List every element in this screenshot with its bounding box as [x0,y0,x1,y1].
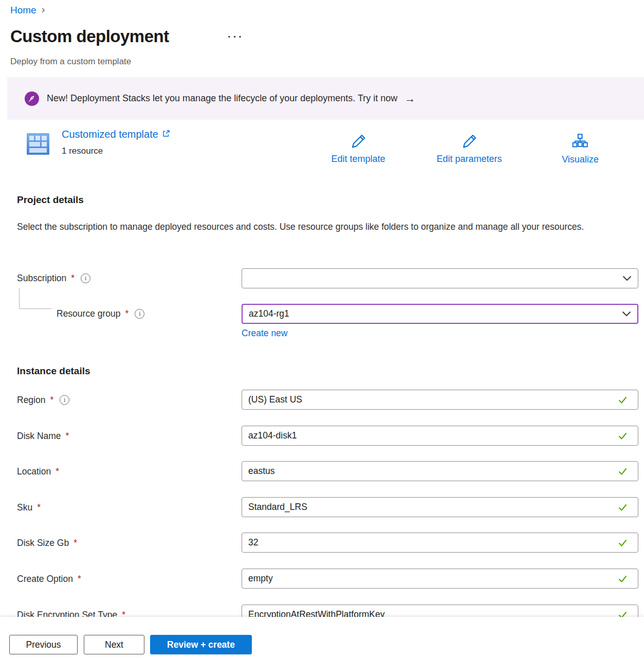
valid-check-icon [618,503,628,511]
edit-template-action[interactable]: Edit template [331,134,385,164]
disk-size-row: Disk Size Gb * 32 [0,533,644,553]
pencil-icon [462,134,477,149]
resource-group-value: az104-rg1 [249,308,622,319]
banner-message: New! Deployment Stacks let you manage th… [47,93,397,104]
location-label: Location * [17,466,59,477]
breadcrumb: Home › [10,4,45,16]
deployment-stacks-banner[interactable]: New! Deployment Stacks let you manage th… [7,77,644,120]
required-asterisk: * [56,466,59,477]
info-icon[interactable]: i [60,395,69,405]
instance-details-heading: Instance details [17,365,90,377]
disk-name-label-text: Disk Name [17,430,61,441]
disk-name-row: Disk Name * az104-disk1 [0,426,644,446]
sku-label: Sku * [17,502,41,513]
edit-template-label: Edit template [331,154,385,164]
subscription-label: Subscription * i [17,273,90,284]
info-icon[interactable]: i [81,273,90,283]
review-create-button[interactable]: Review + create [150,635,252,654]
create-option-label-text: Create Option [17,573,73,584]
valid-check-icon [618,575,628,583]
required-asterisk: * [66,430,69,441]
disk-size-label-text: Disk Size Gb [17,537,69,548]
visualize-label: Visualize [562,154,599,165]
breadcrumb-home-link[interactable]: Home [10,5,36,16]
chevron-down-icon [622,274,632,283]
required-asterisk: * [37,502,41,513]
create-option-row: Create Option * empty [0,569,644,589]
region-row: Region * i (US) East US [0,390,644,410]
previous-button[interactable]: Previous [9,635,78,654]
sku-label-text: Sku [17,502,32,513]
required-asterisk: * [73,537,77,548]
info-icon[interactable]: i [135,309,144,319]
disk-name-label: Disk Name * [17,430,69,441]
project-details-heading: Project details [17,194,84,206]
resource-group-label-text: Resource group [57,308,121,319]
project-details-description: Select the subscription to manage deploy… [17,219,613,235]
chevron-right-icon: › [42,4,45,16]
valid-check-icon [618,432,628,440]
edit-parameters-action[interactable]: Edit parameters [436,134,502,164]
subscription-dropdown[interactable] [242,268,638,288]
wizard-footer: Previous Next Review + create [0,617,644,658]
visualize-action[interactable]: Visualize [562,134,599,165]
chevron-down-icon [622,309,631,318]
required-asterisk: * [71,273,75,284]
sku-input[interactable]: Standard_LRS [242,497,638,517]
edit-parameters-label: Edit parameters [436,154,502,164]
next-button[interactable]: Next [84,635,144,654]
create-option-value: empty [248,573,618,584]
required-asterisk: * [78,573,81,584]
rocket-icon [25,92,39,106]
valid-check-icon [618,467,628,476]
disk-size-value: 32 [248,537,618,548]
customized-template-link[interactable]: Customized template [62,129,170,140]
org-chart-icon [573,134,588,150]
create-option-label: Create Option * [17,573,81,584]
disk-size-input[interactable]: 32 [242,533,638,553]
page-title: Custom deployment [10,27,169,46]
disk-name-value: az104-disk1 [248,430,618,441]
required-asterisk: * [50,394,53,405]
resource-group-label: Resource group * i [57,308,144,319]
region-label: Region * i [17,394,69,405]
custom-deployment-page: Home › Custom deployment ··· Deploy from… [0,0,644,658]
create-new-link[interactable]: Create new [242,328,288,339]
location-value: eastus [248,466,618,477]
resource-count: 1 resource [62,146,103,156]
external-link-icon [162,129,170,140]
subscription-label-text: Subscription [17,273,66,284]
valid-check-icon [618,396,628,404]
region-value: (US) East US [248,394,618,405]
tree-connector [19,308,51,309]
location-label-text: Location [17,466,51,477]
location-input[interactable]: eastus [242,461,638,481]
disk-size-label: Disk Size Gb * [17,537,77,548]
disk-name-input[interactable]: az104-disk1 [242,426,638,446]
valid-check-icon [618,539,628,547]
region-label-text: Region [17,394,45,405]
resource-group-dropdown[interactable]: az104-rg1 [242,304,638,324]
location-row: Location * eastus [0,461,644,481]
more-options-icon[interactable]: ··· [228,31,244,43]
template-icon [26,132,50,156]
customized-template-label: Customized template [62,129,158,140]
page-subtitle: Deploy from a custom template [10,57,131,67]
pencil-icon [351,134,366,149]
sku-row: Sku * Standard_LRS [0,497,644,517]
required-asterisk: * [125,308,129,319]
sku-value: Standard_LRS [248,502,618,513]
arrow-right-icon[interactable]: → [404,93,415,105]
create-option-input[interactable]: empty [242,569,638,589]
tree-connector [19,288,20,309]
region-input[interactable]: (US) East US [242,390,638,410]
